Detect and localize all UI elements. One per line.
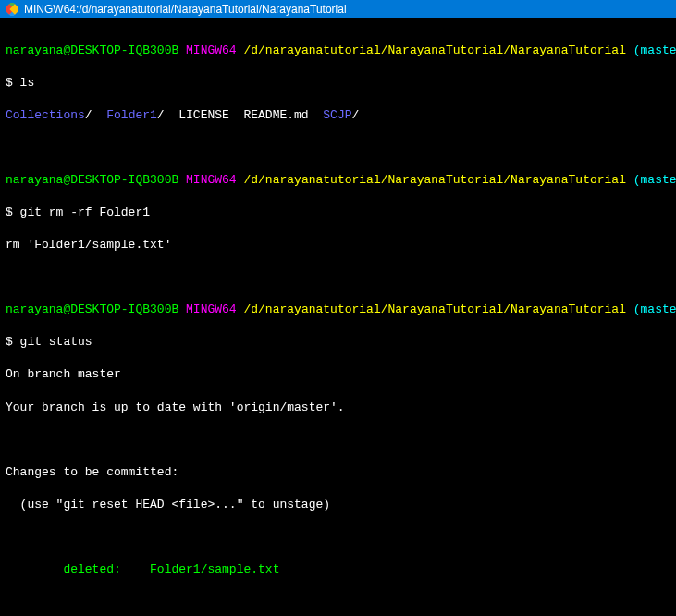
prompt-line: narayana@DESKTOP-IQB300B MINGW64 /d/nara… — [6, 172, 670, 189]
output-line: (use "git reset HEAD <file>..." to unsta… — [6, 497, 670, 513]
prompt-path: /d/narayanatutorial/NarayanaTutorial/Nar… — [243, 43, 625, 57]
output-line: On branch master — [6, 366, 670, 383]
dir-entry: Collections — [6, 108, 85, 122]
dir-entry: SCJP — [323, 108, 351, 122]
prompt-branch: (master) — [633, 43, 676, 57]
blank-line — [6, 529, 670, 546]
blank-line — [6, 432, 670, 449]
output-line: Collections/ Folder1/ LICENSE README.md … — [6, 107, 670, 124]
prompt-line: narayana@DESKTOP-IQB300B MINGW64 /d/nara… — [6, 43, 670, 59]
output-line: Changes to be committed: — [6, 464, 670, 481]
output-line: Your branch is up to date with 'origin/m… — [6, 400, 670, 416]
command-line: $ git status — [6, 334, 670, 351]
output-line-deleted: deleted: Folder1/sample.txt — [6, 561, 670, 578]
command-line: $ git rm -rf Folder1 — [6, 204, 670, 221]
blank-line — [6, 269, 670, 286]
blank-line — [6, 594, 670, 610]
output-line: rm 'Folder1/sample.txt' — [6, 237, 670, 253]
terminal-area[interactable]: narayana@DESKTOP-IQB300B MINGW64 /d/nara… — [0, 18, 676, 616]
prompt-env: MINGW64 — [186, 43, 237, 57]
command-line: $ ls — [6, 75, 670, 92]
blank-line — [6, 140, 670, 156]
window-title: MINGW64:/d/narayanatutorial/NarayanaTuto… — [24, 3, 347, 16]
git-bash-icon — [6, 3, 18, 16]
prompt-user: narayana@DESKTOP-IQB300B — [6, 43, 178, 57]
dir-entry: Folder1 — [106, 108, 157, 122]
window-titlebar: MINGW64:/d/narayanatutorial/NarayanaTuto… — [0, 0, 676, 18]
prompt-line: narayana@DESKTOP-IQB300B MINGW64 /d/nara… — [6, 302, 670, 318]
file-entry: LICENSE README.md — [178, 108, 323, 122]
